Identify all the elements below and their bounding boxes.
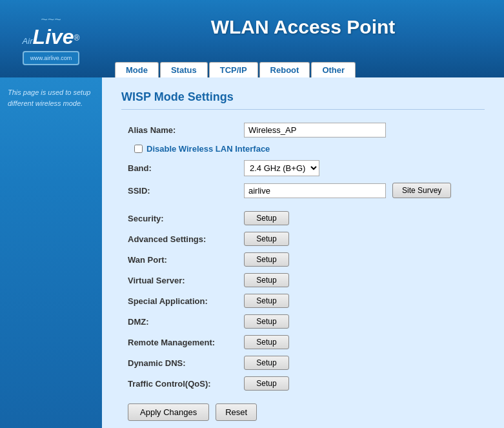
logo-wave: ~~~ — [23, 13, 80, 26]
wan-port-row: Wan Port: Setup — [128, 252, 478, 267]
divider — [128, 205, 478, 211]
tab-other[interactable]: Other — [311, 62, 356, 77]
ssid-input[interactable] — [244, 183, 386, 198]
tab-tcpip[interactable]: TCP/IP — [209, 62, 258, 77]
band-select[interactable]: 2.4 GHz (B+G) 2.4 GHz (B) 2.4 GHz (G) 5 … — [244, 160, 319, 176]
tab-status[interactable]: Status — [160, 62, 208, 77]
disable-wireless-label: Disable Wireless LAN Interface — [146, 144, 270, 154]
advanced-settings-setup-button[interactable]: Setup — [244, 232, 289, 246]
logo-air: Air — [23, 36, 33, 46]
traffic-control-label: Traffic Control(QoS): — [128, 379, 244, 389]
sidebar: This page is used to setup different wir… — [0, 77, 102, 428]
traffic-control-row: Traffic Control(QoS): Setup — [128, 376, 478, 391]
ssid-label: SSID: — [128, 186, 244, 196]
logo-url: www.airlive.com — [23, 51, 80, 65]
security-row: Security: Setup — [128, 211, 478, 225]
site-survey-button[interactable]: Site Survey — [392, 183, 451, 198]
virtual-server-setup-button[interactable]: Setup — [244, 273, 289, 287]
apply-changes-button[interactable]: Apply Changes — [128, 403, 209, 421]
dynamic-dns-row: Dynamic DNS: Setup — [128, 356, 478, 370]
advanced-settings-row: Advanced Settings: Setup — [128, 232, 478, 246]
remote-mgmt-row: Remote Management: Setup — [128, 335, 478, 349]
dynamic-dns-setup-button[interactable]: Setup — [244, 356, 289, 370]
wan-port-label: Wan Port: — [128, 255, 244, 265]
reset-button[interactable]: Reset — [216, 403, 257, 421]
remote-mgmt-setup-button[interactable]: Setup — [244, 335, 289, 349]
dmz-row: DMZ: Setup — [128, 314, 478, 329]
special-app-label: Special Application: — [128, 296, 244, 306]
content-wrapper: This page is used to setup different wir… — [0, 77, 504, 428]
traffic-control-setup-button[interactable]: Setup — [244, 376, 289, 391]
virtual-server-row: Virtual Server: Setup — [128, 273, 478, 287]
special-app-setup-button[interactable]: Setup — [244, 294, 289, 308]
virtual-server-label: Virtual Server: — [128, 276, 244, 285]
disable-wireless-checkbox[interactable] — [134, 145, 143, 153]
alias-name-label: Alias Name: — [128, 125, 244, 135]
alias-name-row: Alias Name: — [128, 123, 478, 138]
logo: ~~~ AirLive® www.airlive.com — [23, 13, 80, 65]
security-label: Security: — [128, 214, 244, 223]
header: ~~~ AirLive® www.airlive.com WLAN Access… — [0, 0, 504, 77]
logo-area: ~~~ AirLive® www.airlive.com — [0, 0, 102, 77]
advanced-settings-label: Advanced Settings: — [128, 234, 244, 244]
page-title: WISP Mode Settings — [121, 90, 485, 110]
dmz-setup-button[interactable]: Setup — [244, 314, 289, 329]
remote-mgmt-label: Remote Management: — [128, 338, 244, 347]
page-heading: WLAN Access Point — [115, 6, 491, 45]
dynamic-dns-label: Dynamic DNS: — [128, 358, 244, 368]
alias-name-input[interactable] — [244, 123, 386, 138]
header-right: WLAN Access Point Mode Status TCP/IP Reb… — [102, 0, 504, 77]
security-setup-button[interactable]: Setup — [244, 211, 289, 225]
tab-mode[interactable]: Mode — [115, 62, 159, 77]
action-row: Apply Changes Reset — [128, 403, 478, 421]
dmz-label: DMZ: — [128, 317, 244, 327]
logo-text: AirLive® — [23, 26, 80, 47]
form-section: Alias Name: Disable Wireless LAN Interfa… — [121, 123, 485, 421]
logo-live: Live — [33, 25, 74, 48]
logo-reg: ® — [74, 33, 80, 42]
main-content: WISP Mode Settings Alias Name: Disable W… — [102, 77, 504, 428]
wan-port-setup-button[interactable]: Setup — [244, 252, 289, 267]
tab-reboot[interactable]: Reboot — [259, 62, 310, 77]
sidebar-description: This page is used to setup different wir… — [8, 87, 94, 108]
special-app-row: Special Application: Setup — [128, 294, 478, 308]
band-row: Band: 2.4 GHz (B+G) 2.4 GHz (B) 2.4 GHz … — [128, 160, 478, 176]
ssid-row: SSID: Site Survey — [128, 183, 478, 198]
band-label: Band: — [128, 163, 244, 173]
nav-tabs: Mode Status TCP/IP Reboot Other — [115, 62, 491, 77]
disable-wireless-row: Disable Wireless LAN Interface — [134, 144, 478, 154]
